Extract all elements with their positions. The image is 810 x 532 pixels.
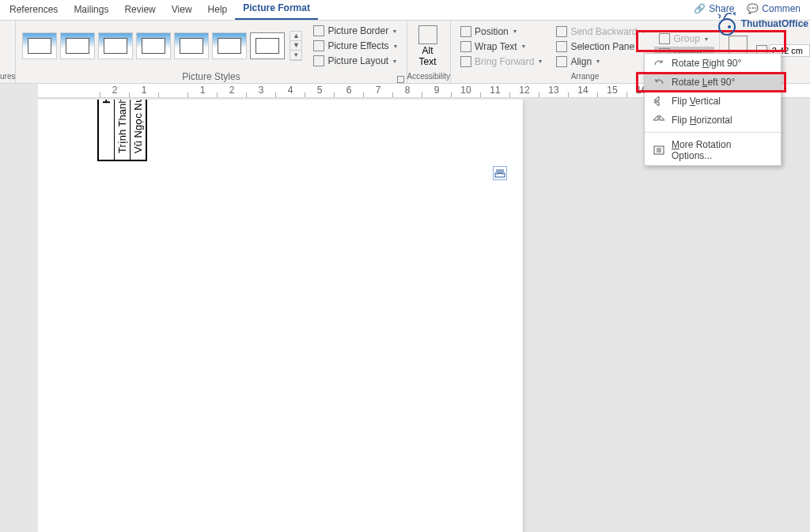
rotate-dropdown: Rotate Right 90° Rotate Left 90° Flip Ve… [644,53,782,166]
flip-vertical-icon [653,96,665,107]
annotation-highlight [636,72,786,92]
position-icon [460,26,471,37]
svg-point-2 [719,19,735,35]
share-icon: 🔗 [694,3,706,14]
group-label-accessibility: Accessibility [407,72,450,83]
selection-pane-button[interactable]: Selection Pane [551,40,649,54]
layout-icon [313,55,324,66]
picture-style-thumb[interactable] [174,32,209,59]
more-rotation-options[interactable]: More Rotation Options... [645,135,781,165]
effects-icon [313,40,324,51]
table-header: HỌ VÀ TÊN [99,100,115,160]
svg-point-3 [728,25,731,28]
rotated-table-image[interactable]: HỌ VÀ TÊN GIỚI TÍNH NGÀY SINH Trịnh Than… [97,100,147,161]
selection-pane-icon [556,41,567,52]
style-gallery-more[interactable]: ▲▼▾ [290,31,302,61]
send-backward-icon [556,26,567,37]
layout-options-icon[interactable] [493,166,507,180]
bring-forward-button: Bring Forward▾ [456,55,547,69]
picture-style-thumb[interactable] [212,32,247,59]
dialog-launcher-icon[interactable] [397,76,404,83]
more-options-icon [653,145,665,156]
align-icon [556,56,567,67]
align-button[interactable]: Align▾ [551,55,649,69]
flip-vertical[interactable]: Flip Vertical [645,92,781,111]
alt-text-button[interactable]: AltText [412,25,444,66]
alt-text-icon [418,25,437,44]
table-row: Vũ Ngọc Nương Nữ 08/05/1983 [131,100,146,160]
wrap-text-button[interactable]: Wrap Text▾ [456,40,547,54]
tab-review[interactable]: Review [116,1,163,20]
watermark-logo: ThuthuatOffice [713,9,808,38]
tab-picture-format[interactable]: Picture Format [235,0,318,20]
page: HỌ VÀ TÊN GIỚI TÍNH NGÀY SINH Trịnh Than… [38,100,523,532]
flip-horizontal[interactable]: Flip Horizontal [645,111,781,130]
send-backward-button: Send Backward▾ [551,25,649,39]
picture-style-thumb[interactable] [60,32,95,59]
picture-layout-button[interactable]: Picture Layout▾ [308,54,401,68]
rotate-right-90[interactable]: Rotate Right 90° [645,54,781,73]
picture-style-thumb[interactable] [136,32,171,59]
tab-references[interactable]: References [2,1,66,20]
ribbon-tabs: References Mailings Review View Help Pic… [0,0,810,21]
border-icon [313,25,324,36]
picture-style-thumb[interactable] [98,32,133,59]
picture-style-thumb[interactable] [22,32,57,59]
group-label-cut: ures [0,72,15,83]
group-label-picture-styles: Picture Styles [16,71,406,85]
rotate-right-icon [653,58,665,69]
picture-border-button[interactable]: Picture Border▾ [308,24,401,38]
position-button[interactable]: Position▾ [456,25,547,39]
wrap-icon [460,41,471,52]
picture-effects-button[interactable]: Picture Effects▾ [308,39,401,53]
table-row: Trịnh Thanh Tâm Nam 07/02/1991 [115,100,131,160]
tab-help[interactable]: Help [200,1,236,20]
picture-style-thumb-selected[interactable] [250,32,285,59]
tab-mailings[interactable]: Mailings [66,1,116,20]
bring-forward-icon [460,56,471,67]
flip-horizontal-icon [653,115,665,126]
tab-view[interactable]: View [164,1,200,20]
